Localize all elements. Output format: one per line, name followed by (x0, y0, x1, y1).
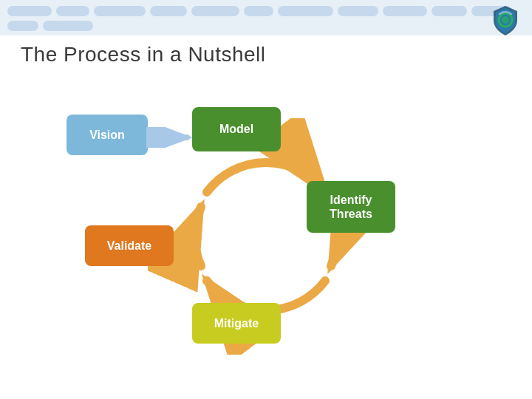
node-validate-label: Validate (107, 239, 151, 253)
arrow-vision-model (146, 127, 198, 148)
node-validate: Validate (85, 225, 174, 266)
node-model: Model (192, 107, 281, 151)
top-bar (0, 0, 532, 35)
node-vision: Vision (66, 115, 148, 155)
pill (43, 21, 93, 31)
decorative-pills (0, 0, 532, 35)
pill (150, 6, 187, 16)
shield-logo-icon (489, 4, 522, 37)
process-diagram: Vision Model Identify Threats Validate M… (0, 81, 532, 392)
node-mitigate: Mitigate (192, 303, 281, 344)
pill (278, 6, 333, 16)
pill (244, 6, 273, 16)
node-model-label: Model (219, 122, 253, 136)
pill (191, 6, 239, 16)
pill (338, 6, 378, 16)
node-identify-threats: Identify Threats (307, 181, 395, 233)
pill (7, 21, 38, 31)
node-mitigate-label: Mitigate (214, 316, 259, 330)
pill (56, 6, 89, 16)
page-title: The Process in a Nutshell (21, 43, 266, 66)
pill (383, 6, 427, 16)
node-identify-label: Identify Threats (330, 193, 372, 221)
pill (94, 6, 146, 16)
pill (7, 6, 52, 16)
svg-point-1 (502, 16, 509, 24)
node-vision-label: Vision (89, 128, 125, 142)
pill (432, 6, 467, 16)
